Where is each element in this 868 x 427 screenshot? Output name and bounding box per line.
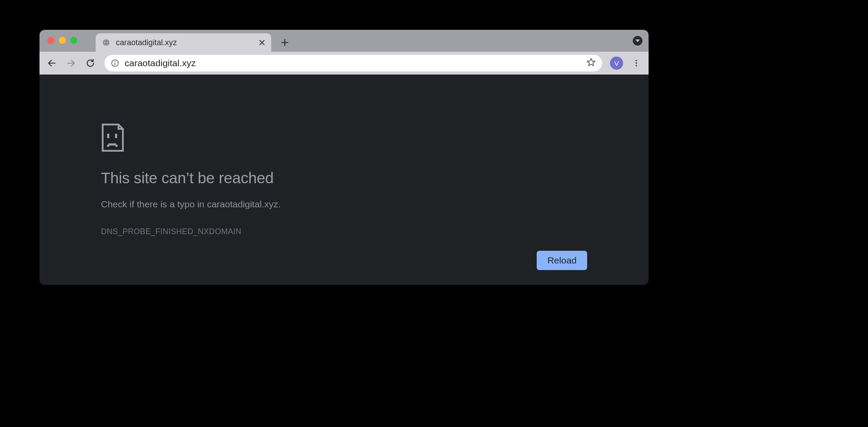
error-message-host: caraotadigital.xyz <box>207 199 278 209</box>
window-controls <box>47 37 77 44</box>
globe-icon <box>102 38 111 47</box>
svg-rect-19 <box>108 143 116 146</box>
reload-button[interactable]: Reload <box>537 251 587 270</box>
url-text: caraotadigital.xyz <box>125 58 581 68</box>
profile-initial: V <box>614 60 619 67</box>
error-title: This site can’t be reached <box>101 169 587 187</box>
svg-point-16 <box>635 65 637 66</box>
browser-window: caraotadigital.xyz <box>39 30 649 285</box>
toolbar: caraotadigital.xyz V <box>39 52 649 75</box>
page-content: This site can’t be reached Check if ther… <box>39 75 649 285</box>
svg-rect-21 <box>115 145 118 147</box>
window-minimize-button[interactable] <box>59 37 66 44</box>
address-bar[interactable]: caraotadigital.xyz <box>104 55 602 71</box>
error-message-suffix: . <box>278 199 281 209</box>
sad-page-icon <box>101 123 587 153</box>
svg-marker-7 <box>635 39 640 42</box>
svg-point-14 <box>635 60 637 61</box>
tab-title: caraotadigital.xyz <box>116 38 254 47</box>
bookmark-star-icon[interactable] <box>586 57 596 69</box>
window-close-button[interactable] <box>47 37 54 44</box>
svg-point-15 <box>635 62 637 64</box>
tab-active[interactable]: caraotadigital.xyz <box>96 33 271 52</box>
forward-button[interactable] <box>63 55 79 71</box>
reload-toolbar-button[interactable] <box>82 55 98 71</box>
new-tab-button[interactable] <box>276 33 294 52</box>
site-info-icon[interactable] <box>111 59 119 68</box>
svg-rect-20 <box>107 145 109 147</box>
tab-search-button[interactable] <box>633 36 642 46</box>
tab-close-icon[interactable] <box>259 39 265 46</box>
svg-point-11 <box>115 61 115 62</box>
profile-avatar[interactable]: V <box>610 57 623 70</box>
tab-strip: caraotadigital.xyz <box>39 30 649 52</box>
svg-marker-13 <box>587 58 595 66</box>
error-code: DNS_PROBE_FINISHED_NXDOMAIN <box>101 227 587 236</box>
svg-rect-17 <box>107 134 109 138</box>
window-zoom-button[interactable] <box>70 37 77 44</box>
overflow-menu-button[interactable] <box>628 55 644 71</box>
back-button[interactable] <box>44 55 60 71</box>
svg-rect-18 <box>115 134 117 138</box>
svg-rect-12 <box>115 63 115 65</box>
error-message: Check if there is a typo in caraotadigit… <box>101 199 587 210</box>
error-message-prefix: Check if there is a typo in <box>101 199 207 209</box>
